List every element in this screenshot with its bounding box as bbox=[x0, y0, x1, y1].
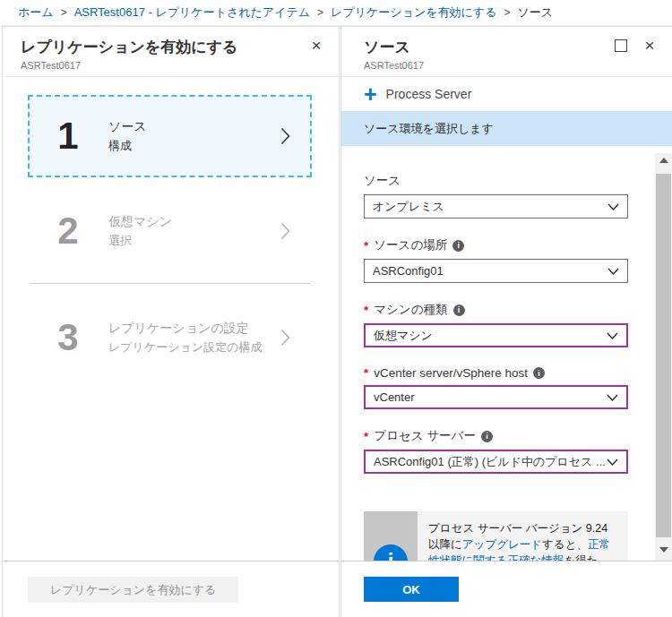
step-title: ソース bbox=[108, 119, 280, 135]
machine-type-dropdown[interactable]: 仮想マシン bbox=[364, 323, 628, 347]
field-source-location: * ソースの場所 ASRConfig01 bbox=[364, 237, 628, 283]
upgrade-notice: プロセス サーバー バージョン 9.24 以降にアップグレードすると、正常性状態… bbox=[364, 511, 628, 561]
breadcrumb-separator: > bbox=[317, 6, 323, 19]
field-label: * vCenter server/vSphere host bbox=[364, 366, 628, 380]
dropdown-value: 仮想マシン bbox=[374, 328, 433, 344]
step-title: 仮想マシン bbox=[108, 214, 280, 230]
enable-replication-button[interactable]: レプリケーションを有効にする bbox=[28, 577, 238, 603]
upgrade-link[interactable]: アップグレード bbox=[462, 538, 542, 551]
dropdown-value: オンプレミス bbox=[373, 199, 444, 215]
chevron-down-icon bbox=[607, 458, 618, 466]
field-label: ソース bbox=[364, 173, 628, 189]
left-blade-title: レプリケーションを有効にする bbox=[21, 37, 321, 57]
chevron-right-icon bbox=[280, 329, 290, 347]
field-vcenter-host: * vCenter server/vSphere host vCenter bbox=[364, 366, 628, 409]
required-marker: * bbox=[364, 239, 368, 253]
field-machine-type: * マシンの種類 仮想マシン bbox=[364, 302, 628, 347]
field-label: * プロセス サーバー bbox=[364, 428, 628, 444]
dropdown-value: ASRConfig01 bbox=[373, 264, 444, 278]
close-icon[interactable] bbox=[642, 38, 658, 54]
left-blade-header: レプリケーションを有効にする ASRTest0617 bbox=[3, 27, 339, 77]
step-text: レプリケーションの設定 レプリケーション設定の構成 bbox=[108, 321, 280, 356]
info-circle-icon bbox=[374, 544, 408, 561]
notice-text-part: すると、 bbox=[542, 538, 588, 551]
step-title: レプリケーションの設定 bbox=[108, 321, 280, 337]
info-icon[interactable] bbox=[533, 367, 545, 379]
breadcrumb-replicated-items-link[interactable]: ASRTest0617 - レプリケートされたアイテム bbox=[74, 4, 310, 21]
step-text: ソース 構成 bbox=[108, 119, 280, 154]
field-label: * ソースの場所 bbox=[364, 237, 628, 253]
info-icon[interactable] bbox=[453, 304, 465, 316]
azure-portal-screen: ホーム > ASRTest0617 - レプリケートされたアイテム > レプリケ… bbox=[0, 0, 672, 617]
info-icon[interactable] bbox=[452, 240, 464, 252]
step-2-virtual-machines[interactable]: 2 仮想マシン 選択 bbox=[30, 193, 310, 269]
wizard-steps: 1 ソース 構成 2 仮想マシン 選択 bbox=[3, 77, 339, 375]
info-banner-text: ソース環境を選択します bbox=[364, 121, 494, 137]
add-process-server-button[interactable]: Process Server bbox=[341, 77, 672, 111]
scroll-down-arrow-icon[interactable] bbox=[655, 543, 672, 557]
source-blade: ソース ASRTest0617 Process Server ソース環境を選択し… bbox=[340, 26, 672, 617]
left-blade-footer: レプリケーションを有効にする bbox=[3, 561, 339, 617]
field-label-text: プロセス サーバー bbox=[374, 428, 476, 444]
step-subtitle: 選択 bbox=[108, 233, 280, 249]
chevron-down-icon bbox=[607, 268, 619, 275]
close-icon[interactable] bbox=[308, 38, 324, 54]
step-1-source[interactable]: 1 ソース 構成 bbox=[28, 95, 312, 177]
chevron-right-icon bbox=[280, 222, 290, 240]
notice-text: プロセス サーバー バージョン 9.24 以降にアップグレードすると、正常性状態… bbox=[418, 511, 628, 561]
form-scroll-area: ソース オンプレミス * ソースの場所 ASRConfig01 bbox=[341, 146, 672, 561]
field-label-text: マシンの種類 bbox=[374, 302, 447, 318]
notice-icon-strip bbox=[364, 511, 418, 561]
required-marker: * bbox=[364, 430, 368, 443]
maximize-icon[interactable] bbox=[613, 38, 629, 54]
step-number: 3 bbox=[42, 319, 94, 356]
right-blade-footer: OK bbox=[341, 561, 672, 617]
enable-replication-blade: レプリケーションを有効にする ASRTest0617 1 ソース 構成 2 仮想… bbox=[2, 26, 340, 617]
dropdown-value: ASRConfig01 (正常) (ビルド中のプロセス ... bbox=[374, 454, 606, 470]
left-blade-subtitle: ASRTest0617 bbox=[21, 60, 321, 71]
field-label-text: ソース bbox=[364, 173, 401, 189]
dropdown-value: vCenter bbox=[374, 390, 415, 404]
add-process-server-label: Process Server bbox=[386, 87, 472, 101]
scroll-up-arrow-icon[interactable] bbox=[655, 153, 672, 167]
step-3-replication-settings[interactable]: 3 レプリケーションの設定 レプリケーション設定の構成 bbox=[30, 300, 310, 375]
chevron-right-icon bbox=[280, 127, 290, 145]
vcenter-host-dropdown[interactable]: vCenter bbox=[364, 385, 628, 409]
field-label-text: ソースの場所 bbox=[374, 237, 447, 253]
info-icon[interactable] bbox=[481, 431, 493, 442]
field-process-server: * プロセス サーバー ASRConfig01 (正常) (ビルド中のプロセス … bbox=[364, 428, 628, 474]
scrollbar-thumb[interactable] bbox=[656, 174, 671, 537]
right-blade-subtitle: ASRTest0617 bbox=[364, 60, 654, 71]
field-label: * マシンの種類 bbox=[364, 302, 628, 318]
process-server-dropdown[interactable]: ASRConfig01 (正常) (ビルド中のプロセス ... bbox=[364, 450, 628, 474]
step-text: 仮想マシン 選択 bbox=[108, 214, 280, 249]
right-blade-header: ソース ASRTest0617 bbox=[341, 27, 672, 77]
field-label-text: vCenter server/vSphere host bbox=[374, 366, 528, 380]
step-number: 1 bbox=[42, 117, 94, 155]
step-subtitle: レプリケーション設定の構成 bbox=[108, 339, 280, 356]
ok-button[interactable]: OK bbox=[364, 577, 459, 602]
field-source: ソース オンプレミス bbox=[364, 173, 628, 219]
step-subtitle: 構成 bbox=[108, 138, 280, 154]
right-blade-title: ソース bbox=[364, 37, 654, 57]
breadcrumb-separator: > bbox=[61, 6, 67, 19]
chevron-down-icon bbox=[607, 332, 618, 339]
vertical-scrollbar[interactable] bbox=[655, 153, 672, 561]
breadcrumb: ホーム > ASRTest0617 - レプリケートされたアイテム > レプリケ… bbox=[0, 0, 672, 26]
required-marker: * bbox=[364, 304, 368, 317]
breadcrumb-current-page: ソース bbox=[517, 4, 553, 21]
step-number: 2 bbox=[42, 212, 94, 250]
source-location-dropdown[interactable]: ASRConfig01 bbox=[364, 259, 628, 283]
chevron-down-icon bbox=[607, 394, 618, 401]
source-dropdown[interactable]: オンプレミス bbox=[364, 194, 628, 219]
step-divider bbox=[30, 283, 310, 284]
plus-icon bbox=[364, 86, 377, 102]
breadcrumb-separator: > bbox=[504, 6, 510, 19]
breadcrumb-home-link[interactable]: ホーム bbox=[18, 4, 54, 21]
info-banner: ソース環境を選択します bbox=[341, 111, 672, 146]
chevron-down-icon bbox=[607, 203, 619, 210]
required-marker: * bbox=[364, 366, 368, 380]
breadcrumb-enable-replication-link[interactable]: レプリケーションを有効にする bbox=[331, 4, 496, 21]
